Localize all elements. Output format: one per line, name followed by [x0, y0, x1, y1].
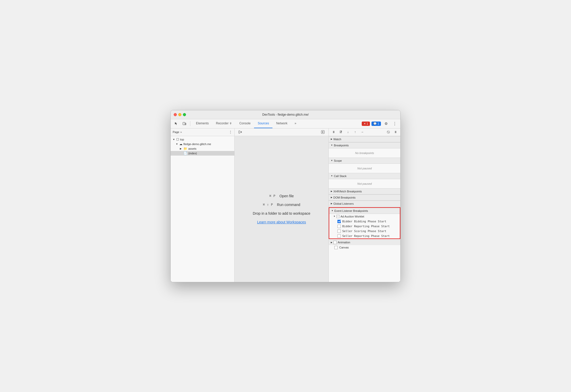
svg-line-12 [387, 131, 389, 133]
xhr-label: XHR/fetch Breakpoints [333, 190, 362, 193]
call-stack-content: Not paused [329, 179, 400, 188]
animation-label: Animation [338, 241, 350, 244]
watch-label: Watch [333, 138, 341, 141]
scope-header[interactable]: ▼ Scope [329, 158, 400, 164]
error-badge[interactable]: ✕ 1 [362, 122, 370, 126]
tree-label-top: top [180, 138, 184, 141]
minimize-button[interactable] [178, 113, 181, 116]
pause-button[interactable]: ⏸ [331, 129, 336, 135]
tab-console[interactable]: Console [236, 119, 254, 128]
file-panel: Page » ⋮ ▼ ☐ top ▼ ☁ fledge-demo.glitch.… [171, 128, 235, 282]
arrow-assets: ▶ [180, 147, 182, 150]
tree-item-top[interactable]: ▼ ☐ top [171, 137, 234, 142]
right-scroll[interactable]: ▶ Watch ▼ Breakpoints No breakpoints ▼ S… [329, 136, 400, 282]
arrow-fledge: ▼ [176, 143, 178, 145]
open-file-label: Open file [279, 194, 294, 198]
tree-label-fledge: fledge-demo.glitch.me [183, 143, 211, 146]
step-button[interactable]: → [359, 129, 365, 135]
pause-on-exceptions-icon[interactable]: ⏸ [393, 129, 398, 135]
animation-checkbox[interactable] [333, 241, 337, 244]
cursor-icon[interactable] [173, 120, 180, 127]
tab-network[interactable]: Network [272, 119, 291, 128]
tab-more[interactable]: » [291, 119, 300, 128]
tab-nav: Elements Recorder 🎙 Console Sources Netw… [192, 119, 361, 128]
dom-label: DOM Breakpoints [333, 196, 356, 199]
tree-item-index[interactable]: ▶ 📄 (index) [171, 151, 234, 156]
run-snippet-icon[interactable] [319, 128, 326, 136]
seller-reporting-label: Seller Reporting Phase Start [342, 234, 390, 238]
file-icon: 📄 [183, 151, 187, 155]
event-listener-header[interactable]: ▼ Event Listener Breakpoints [329, 208, 400, 214]
scope-not-paused: Not paused [329, 165, 400, 172]
tree-item-fledge[interactable]: ▼ ☁ fledge-demo.glitch.me [171, 142, 234, 146]
ad-auction-header[interactable]: ▼ − Ad Auction Worklet [329, 214, 400, 219]
animation-header[interactable]: ▶ Animation [329, 239, 400, 245]
window-title: DevTools - fledge-demo.glitch.me/ [262, 113, 309, 116]
global-header[interactable]: ▶ Global Listeners [329, 201, 400, 207]
svg-rect-0 [183, 122, 185, 125]
step-out-button[interactable]: ↑ [352, 129, 358, 135]
close-button[interactable] [174, 113, 177, 116]
tab-sources[interactable]: Sources [254, 119, 272, 128]
arrow-top: ▼ [173, 138, 175, 141]
canvas-checkbox[interactable] [334, 246, 338, 249]
sidebar-toggle-icon[interactable] [237, 128, 244, 136]
ad-auction-section: ▼ − Ad Auction Worklet Bidder Bidding Ph… [329, 214, 400, 238]
call-stack-header[interactable]: ▼ Call Stack [329, 173, 400, 179]
seller-scoring-label: Seller Scoring Phase Start [342, 230, 386, 233]
tab-recorder[interactable]: Recorder 🎙 [212, 119, 236, 128]
tree-label-assets: assets [188, 147, 196, 150]
dom-header[interactable]: ▶ DOM Breakpoints [329, 194, 400, 201]
bidder-bidding-item[interactable]: Bidder Bidding Phase Start [329, 219, 400, 224]
cloud-icon: ☁ [179, 142, 182, 146]
right-panel: ⏸ ↓ ↑ → [329, 128, 400, 282]
bidder-bidding-label: Bidder Bidding Phase Start [342, 220, 386, 223]
traffic-lights [174, 113, 186, 116]
devtools-window: DevTools - fledge-demo.glitch.me/ Elemen… [170, 110, 401, 282]
seller-reporting-item[interactable]: Seller Reporting Phase Start [329, 234, 400, 238]
page-label: Page [173, 130, 179, 134]
run-command-shortcut: ⌘ ⇧ P [263, 203, 273, 206]
debug-toolbar: ⏸ ↓ ↑ → [329, 128, 400, 136]
scope-content: Not paused [329, 164, 400, 173]
call-stack-label: Call Stack [334, 175, 347, 178]
panel-more-icon[interactable]: ⋮ [229, 130, 232, 134]
bidder-reporting-item[interactable]: Bidder Reporting Phase Start [329, 224, 400, 229]
file-tree: ▼ ☐ top ▼ ☁ fledge-demo.glitch.me ▶ 📁 as… [171, 136, 234, 157]
bidder-reporting-label: Bidder Reporting Phase Start [342, 225, 390, 228]
open-file-shortcut: ⌘ P [269, 194, 275, 198]
run-command-row: ⌘ ⇧ P Run command [263, 203, 300, 207]
settings-icon[interactable]: ⚙ [382, 120, 390, 127]
breakpoints-label: Breakpoints [334, 144, 349, 147]
file-panel-header: Page » ⋮ [171, 128, 234, 136]
device-toggle-icon[interactable] [181, 120, 188, 127]
deactivate-breakpoints-icon[interactable] [386, 129, 391, 135]
bidder-reporting-checkbox[interactable] [337, 225, 341, 228]
info-badge[interactable]: 💬 1 [371, 122, 381, 126]
breakpoints-content: No breakpoints [329, 148, 400, 158]
breakpoints-header[interactable]: ▼ Breakpoints [329, 142, 400, 148]
xhr-header[interactable]: ▶ XHR/fetch Breakpoints [329, 188, 400, 194]
step-into-button[interactable]: ↓ [345, 129, 351, 135]
minus-checkbox-icon[interactable]: − [336, 215, 339, 218]
canvas-row[interactable]: Canvas [329, 245, 400, 250]
event-listener-section: ▼ Event Listener Breakpoints ▼ − Ad Auct… [329, 207, 400, 239]
center-toolbar [235, 128, 328, 136]
expand-icon[interactable]: » [180, 130, 182, 134]
center-content: ⌘ P Open file ⌘ ⇧ P Run command Drop in … [235, 136, 328, 282]
watch-header[interactable]: ▶ Watch [329, 136, 400, 142]
maximize-button[interactable] [183, 113, 186, 116]
tab-elements[interactable]: Elements [192, 119, 212, 128]
call-stack-not-paused: Not paused [329, 180, 400, 187]
open-file-row: ⌘ P Open file [269, 194, 294, 198]
step-over-button[interactable] [338, 129, 344, 135]
canvas-label: Canvas [339, 246, 349, 249]
workspace-drop-text: Drop in a folder to add to workspace [253, 211, 310, 215]
more-options-icon[interactable]: ⋮ [391, 120, 398, 127]
seller-reporting-checkbox[interactable] [337, 234, 341, 238]
tree-item-assets[interactable]: ▶ 📁 assets [171, 146, 234, 151]
workspace-link[interactable]: Learn more about Workspaces [257, 220, 306, 224]
seller-scoring-checkbox[interactable] [337, 230, 341, 233]
seller-scoring-item[interactable]: Seller Scoring Phase Start [329, 229, 400, 234]
bidder-bidding-checkbox[interactable] [337, 220, 341, 223]
